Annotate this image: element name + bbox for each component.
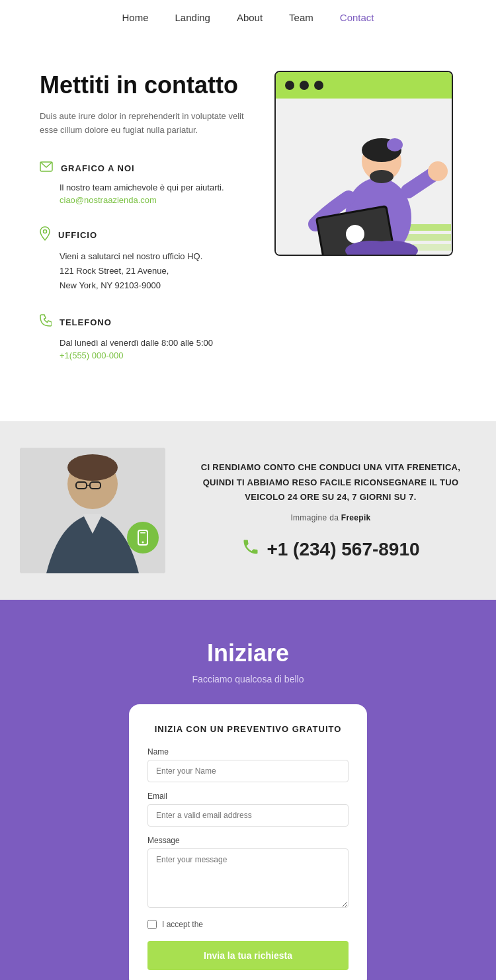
page-title: Mettiti in contatto bbox=[40, 71, 245, 99]
contact-telefono-title: TELEFONO bbox=[60, 317, 112, 327]
illustration-header bbox=[276, 72, 452, 99]
phone-badge bbox=[127, 522, 159, 553]
svg-point-13 bbox=[428, 161, 448, 181]
svg-point-8 bbox=[387, 138, 403, 151]
cta-source-prefix: Immagine da bbox=[290, 513, 341, 522]
accept-label: I accept the bbox=[162, 920, 203, 929]
cta-description: CI RENDIAMO CONTO CHE CONDUCI UNA VITA F… bbox=[185, 460, 476, 504]
contact-telefono-phone[interactable]: +1(555) 000-000 bbox=[60, 350, 245, 360]
contact-item-telefono: TELEFONO Dal lunedì al venerdì dalle 8:0… bbox=[40, 314, 245, 360]
accept-checkbox[interactable] bbox=[147, 920, 157, 929]
main-nav: Home Landing About Team Contact bbox=[0, 0, 496, 31]
illustration-body bbox=[276, 99, 452, 256]
svg-point-23 bbox=[142, 542, 144, 544]
contact-left: Mettiti in contatto Duis aute irure dolo… bbox=[40, 71, 245, 382]
dot-2 bbox=[300, 81, 309, 90]
form-card: INIZIA CON UN PREVENTIVO GRATUITO Name E… bbox=[129, 704, 367, 980]
contact-grafico-title: GRAFICO A NOI bbox=[61, 163, 135, 173]
svg-point-18 bbox=[67, 454, 118, 481]
svg-point-9 bbox=[370, 170, 393, 183]
person-photo bbox=[20, 448, 165, 573]
person-svg bbox=[276, 99, 452, 256]
svg-point-1 bbox=[44, 229, 47, 233]
email-input[interactable] bbox=[147, 804, 349, 827]
man-svg bbox=[20, 448, 165, 573]
nav-team[interactable]: Team bbox=[289, 12, 313, 23]
contact-item-header-telefono: TELEFONO bbox=[40, 314, 245, 331]
svg-rect-24 bbox=[140, 532, 145, 534]
cta-source-brand: Freepik bbox=[341, 513, 371, 522]
cta-source: Immagine da Freepik bbox=[185, 511, 476, 524]
form-section-title: Iniziare bbox=[20, 639, 476, 667]
form-group-message: Message bbox=[147, 836, 349, 911]
cta-text-block: CI RENDIAMO CONTO CHE CONDUCI UNA VITA F… bbox=[185, 460, 476, 561]
nav-landing[interactable]: Landing bbox=[175, 12, 210, 23]
message-label: Message bbox=[147, 836, 349, 845]
contact-telefono-hours: Dal lunedì al venerdì dalle 8:00 alle 5:… bbox=[60, 336, 245, 350]
illustration-box bbox=[274, 71, 453, 256]
contact-grafico-email[interactable]: ciao@nostraazienda.com bbox=[60, 195, 245, 205]
cta-phone-number: +1 (234) 567-8910 bbox=[185, 538, 476, 561]
name-label: Name bbox=[147, 747, 349, 756]
page-subtitle: Duis aute irure dolor in reprehenderit i… bbox=[40, 110, 245, 138]
svg-rect-3 bbox=[401, 234, 451, 241]
cta-section: CI RENDIAMO CONTO CHE CONDUCI UNA VITA F… bbox=[0, 421, 496, 600]
contact-item-ufficio: UFFICIO Vieni a salutarci nel nostro uff… bbox=[40, 226, 245, 293]
email-icon bbox=[40, 161, 53, 175]
checkbox-row: I accept the bbox=[147, 920, 349, 929]
contact-ufficio-title: UFFICIO bbox=[58, 230, 97, 240]
dot-1 bbox=[285, 81, 294, 90]
contact-item-grafico: GRAFICO A NOI Il nostro team amichevole … bbox=[40, 161, 245, 205]
form-group-name: Name bbox=[147, 747, 349, 782]
phone-icon bbox=[40, 314, 52, 331]
contact-item-header-grafico: GRAFICO A NOI bbox=[40, 161, 245, 175]
nav-contact[interactable]: Contact bbox=[340, 12, 374, 23]
contact-illustration bbox=[271, 71, 456, 382]
location-icon bbox=[40, 226, 50, 244]
contact-ufficio-line1: Vieni a salutarci nel nostro ufficio HQ. bbox=[60, 249, 245, 264]
phone-green-icon bbox=[241, 538, 260, 561]
contact-ufficio-line2: 121 Rock Street, 21 Avenue, bbox=[60, 264, 245, 278]
form-card-title: INIZIA CON UN PREVENTIVO GRATUITO bbox=[147, 724, 349, 734]
nav-home[interactable]: Home bbox=[122, 12, 149, 23]
contact-item-header-ufficio: UFFICIO bbox=[40, 226, 245, 244]
dot-3 bbox=[314, 81, 323, 90]
contact-grafico-desc: Il nostro team amichevole è qui per aiut… bbox=[60, 181, 245, 195]
form-section-tagline: Facciamo qualcosa di bello bbox=[20, 674, 476, 684]
message-input[interactable] bbox=[147, 848, 349, 908]
cta-phone-text: +1 (234) 567-8910 bbox=[267, 539, 419, 560]
form-group-email: Email bbox=[147, 792, 349, 827]
nav-about[interactable]: About bbox=[237, 12, 263, 23]
form-section: Iniziare Facciamo qualcosa di bello INIZ… bbox=[0, 600, 496, 980]
submit-button[interactable]: Invia la tua richiesta bbox=[147, 941, 349, 970]
contact-ufficio-line3: New York, NY 92103-9000 bbox=[60, 278, 245, 293]
email-label: Email bbox=[147, 792, 349, 801]
contact-info-section: Mettiti in contatto Duis aute irure dolo… bbox=[0, 31, 496, 421]
name-input[interactable] bbox=[147, 760, 349, 782]
